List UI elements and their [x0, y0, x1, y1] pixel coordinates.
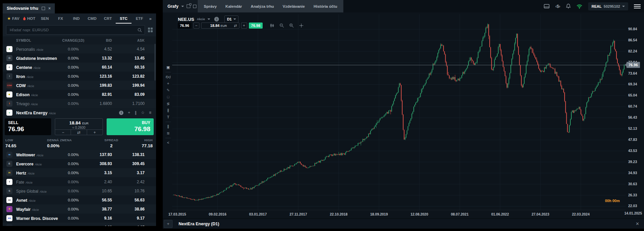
search-box[interactable]: [6, 25, 145, 35]
scrollbar[interactable]: [154, 44, 156, 81]
bid-value: 13.32: [87, 56, 112, 61]
trendlines-icon[interactable]: ∦: [167, 108, 169, 113]
instrument-logo-icon: c: [6, 64, 12, 70]
close-icon[interactable]: ×: [48, 7, 51, 10]
star-icon[interactable]: ☆: [141, 110, 145, 115]
menu-item-spr-vy[interactable]: Správy: [204, 4, 217, 8]
buy-price-badge[interactable]: 76.98: [249, 23, 263, 29]
add-chart-tab-button[interactable]: +: [164, 220, 173, 228]
chart-panel: Grafy × SprávyKalendárAnalýza trhuVzdelá…: [163, 0, 644, 229]
crosshair-move-icon[interactable]: [299, 23, 304, 28]
tab-stc[interactable]: STC: [116, 13, 131, 24]
chevron-down-icon[interactable]: [207, 18, 210, 21]
volume-selector[interactable]: 18.84 EUR≈ 0.2600−⇄+: [55, 118, 103, 135]
volume-box[interactable]: 18.84 EUR ⇄: [201, 23, 239, 29]
watchlist-row[interactable]: WBWarner Bros. Discove0.00%9.169.17: [3, 214, 156, 223]
watchlist-category-tabs: ★FAVHOTSENFXINDCMDCRTSTCETF»: [3, 13, 156, 24]
fibonacci-icon[interactable]: ≶: [166, 102, 169, 106]
watchlist-row[interactable]: ■EdisonAkcie0.00%82.9183.09: [3, 90, 156, 99]
volume-decrease-button[interactable]: −: [193, 23, 199, 29]
maximize-icon[interactable]: [193, 5, 196, 8]
candles-icon[interactable]: [270, 23, 274, 28]
watchlist-row[interactable]: CDWCDWAkcie0.00%199.83199.94: [3, 81, 156, 90]
stat-label: DENNÁ ZMENA: [47, 138, 72, 142]
watchlist-row[interactable]: ●PersonalisAkcie0.00%4.524.54: [3, 44, 156, 53]
menu-item-vzdel-vanie[interactable]: Vzdelávanie: [283, 4, 305, 8]
instrument-type: Akcie: [31, 93, 38, 97]
instrument-logo-icon: ●: [6, 46, 12, 52]
watchlist-row[interactable]: SSpire GlobalAkcie0.00%10.6510.76: [3, 186, 156, 195]
window-title: Sledovanie trhu: [7, 6, 38, 11]
menu-hamburger-icon[interactable]: [634, 4, 641, 8]
watchlist-row[interactable]: ▲HIVE BlockchainAkcie0.00%4.634.65: [3, 223, 156, 226]
tab-sen[interactable]: SEN: [37, 13, 53, 24]
share-icon[interactable]: <: [167, 141, 169, 145]
price-chart[interactable]: [172, 14, 626, 210]
bid-value: 56.55: [87, 198, 112, 202]
layers-icon[interactable]: ≋: [166, 131, 169, 136]
volume-increase-button[interactable]: +: [241, 23, 247, 29]
chart-icon[interactable]: ∥: [135, 110, 137, 115]
watchlist-row[interactable]: ❖WayfairAkcie0.00%38.7738.86: [3, 204, 156, 214]
watchlist-row[interactable]: IItronAkcie0.00%123.16123.82: [3, 72, 156, 81]
info-icon[interactable]: i: [119, 111, 123, 115]
watchlist-row[interactable]: wWelltowerAkcie0.00%137.93138.31: [3, 150, 156, 159]
tab-hot[interactable]: HOT: [21, 13, 37, 24]
convert-icon[interactable]: ⇄: [71, 130, 86, 135]
interval-selector[interactable]: D1: [224, 15, 238, 23]
chart-close-icon[interactable]: ✕: [636, 221, 639, 226]
stat-low: LOW74.65: [5, 138, 16, 148]
watchlist-row[interactable]: tTrivagoAkcie0.00%1.68001.7100: [3, 99, 156, 108]
indicators-icon[interactable]: f(x): [166, 75, 171, 79]
volume-decrease-button[interactable]: −: [55, 130, 71, 135]
watchlist-row[interactable]: AVAvnetAkcie0.00%56.5556.63: [3, 195, 156, 204]
maximize-icon[interactable]: [42, 7, 45, 10]
watchlist-row[interactable]: GGladstone Investmen0.00%13.3213.45: [3, 53, 156, 63]
zoom-out-icon[interactable]: [279, 23, 284, 28]
layout-icon[interactable]: [544, 4, 550, 8]
tabs-overflow-icon[interactable]: »: [147, 16, 153, 21]
buy-button[interactable]: BUY76.98: [107, 118, 154, 135]
tab-fx[interactable]: FX: [53, 13, 69, 24]
deposit-icon[interactable]: ‹$›: [555, 4, 560, 9]
volume-increase-button[interactable]: +: [87, 130, 103, 135]
account-selector[interactable]: REAL 50295102: [588, 2, 628, 10]
window-tab[interactable]: Sledovanie trhu ×: [3, 3, 55, 13]
info-icon[interactable]: i: [214, 17, 219, 22]
plus-icon[interactable]: +: [128, 110, 130, 115]
watchlist-row[interactable]: EEvercoreAkcie0.00%308.93309.45: [3, 159, 156, 168]
menu-item-kalend-r[interactable]: Kalendár: [225, 4, 242, 8]
sell-label: SELL: [8, 120, 51, 125]
zoom-in-icon[interactable]: [289, 23, 294, 28]
view-grid-icon[interactable]: [148, 28, 153, 32]
tab-crt[interactable]: CRT: [100, 13, 116, 24]
instrument-logo-icon: f: [6, 179, 12, 185]
text-tool-icon[interactable]: T: [167, 115, 169, 119]
tab-cmd[interactable]: CMD: [84, 13, 100, 24]
add-indicator-icon[interactable]: +: [167, 81, 169, 86]
tab-ind[interactable]: IND: [69, 13, 84, 24]
instrument-logo-icon: G: [6, 55, 12, 61]
sell-button[interactable]: SELL76.96: [5, 118, 51, 135]
tab-etf[interactable]: ETF: [131, 13, 147, 24]
popout-icon[interactable]: [187, 4, 190, 8]
search-input[interactable]: [9, 28, 138, 32]
draw-pencil-icon[interactable]: ✎: [166, 88, 169, 92]
compare-icon[interactable]: ∥: [167, 124, 169, 129]
chart-symbol[interactable]: NEE.US: [178, 17, 194, 22]
tab-fav[interactable]: ★FAV: [5, 13, 21, 24]
menu-item-anal-za-trhu[interactable]: Analýza trhu: [251, 4, 274, 8]
sell-price-badge[interactable]: 76.96: [178, 23, 192, 29]
notifications-bell-icon[interactable]: [566, 4, 571, 9]
chart-type-icon[interactable]: ▣: [166, 65, 170, 70]
selected-instrument-row[interactable]: ≈NextEra EnergyAkciei+∥☆≡: [3, 108, 156, 117]
filter-icon[interactable]: ≡: [149, 110, 151, 115]
watchlist-row[interactable]: HHertzAkcie0.00%3.153.17: [3, 168, 156, 177]
bid-value: 2.40: [87, 180, 112, 184]
chart-tab-title[interactable]: NextEra Energy (D1): [179, 222, 219, 226]
watchlist-row[interactable]: fFateAkcie0.00%2.402.42: [3, 177, 156, 186]
shapes-icon[interactable]: □: [167, 95, 169, 99]
menu-item-hist-ria---tu[interactable]: História účtu: [313, 4, 337, 8]
watchlist-row[interactable]: cCenteneAkcie0.00%60.1460.16: [3, 63, 156, 72]
convert-icon[interactable]: ⇄: [234, 24, 237, 28]
